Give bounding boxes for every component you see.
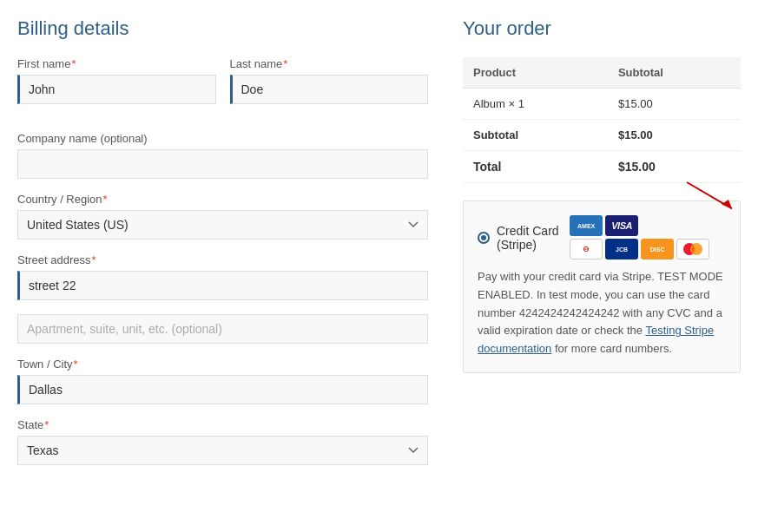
item-name: Album × 1: [463, 89, 608, 120]
red-arrow-icon: [680, 174, 749, 218]
billing-section: Billing details First name* Last name* C…: [17, 17, 428, 479]
required-marker: *: [283, 57, 287, 70]
col-subtotal: Subtotal: [608, 57, 741, 89]
first-name-label: First name*: [17, 57, 216, 70]
billing-title: Billing details: [17, 17, 428, 40]
city-group: Town / City*: [17, 358, 428, 404]
required-marker: *: [74, 358, 78, 371]
last-name-group: Last name*: [230, 57, 429, 104]
required-marker: *: [71, 57, 76, 70]
svg-marker-1: [722, 200, 732, 208]
diners-icon: ⊖: [570, 239, 603, 259]
required-marker: *: [44, 418, 49, 431]
item-price: $15.00: [608, 89, 741, 120]
order-section: Your order Product Subtotal Album × 1 $1…: [463, 17, 741, 479]
company-group: Company name (optional): [17, 132, 428, 179]
required-marker: *: [92, 253, 96, 266]
card-icons: AMEX VISA ⊖ JCB DISC: [570, 215, 726, 259]
company-label: Company name (optional): [17, 132, 428, 145]
subtotal-row: Subtotal $15.00: [463, 120, 741, 151]
city-label: Town / City*: [17, 358, 428, 371]
subtotal-value: $15.00: [608, 120, 741, 151]
discover-icon: DISC: [641, 239, 674, 259]
jcb-icon: JCB: [605, 239, 638, 259]
payment-header: Credit Card (Stripe) AMEX VISA ⊖ JCB DIS…: [478, 215, 726, 259]
first-name-input[interactable]: [17, 75, 216, 104]
apartment-input[interactable]: [17, 314, 428, 344]
state-select[interactable]: Texas: [17, 436, 428, 465]
street-input[interactable]: [17, 271, 428, 300]
required-marker: *: [103, 193, 108, 206]
country-label: Country / Region*: [17, 193, 428, 206]
mastercard-icon: [676, 239, 709, 259]
last-name-label: Last name*: [230, 57, 429, 70]
city-input[interactable]: [17, 375, 428, 404]
total-label: Total: [463, 151, 608, 183]
state-group: State* Texas: [17, 418, 428, 465]
company-input[interactable]: [17, 149, 428, 179]
country-select[interactable]: United States (US): [17, 210, 428, 240]
country-group: Country / Region* United States (US): [17, 193, 428, 240]
street-label: Street address*: [17, 253, 428, 266]
payment-method-name: Credit Card (Stripe): [497, 224, 570, 252]
street-group: Street address*: [17, 253, 428, 300]
payment-label: Credit Card (Stripe): [478, 224, 570, 252]
radio-button[interactable]: [478, 232, 490, 244]
order-table: Product Subtotal Album × 1 $15.00 Subtot…: [463, 57, 741, 183]
payment-section: Credit Card (Stripe) AMEX VISA ⊖ JCB DIS…: [463, 200, 741, 373]
apartment-group: [17, 314, 428, 344]
payment-description: Pay with your credit card via Stripe. TE…: [478, 268, 726, 358]
order-item-row: Album × 1 $15.00: [463, 89, 741, 120]
order-title: Your order: [463, 17, 741, 40]
last-name-input[interactable]: [230, 75, 429, 104]
amex-icon: AMEX: [570, 215, 603, 236]
state-label: State*: [17, 418, 428, 431]
col-product: Product: [463, 57, 608, 89]
first-name-group: First name*: [17, 57, 216, 104]
visa-icon: VISA: [605, 215, 638, 236]
subtotal-label: Subtotal: [463, 120, 608, 151]
